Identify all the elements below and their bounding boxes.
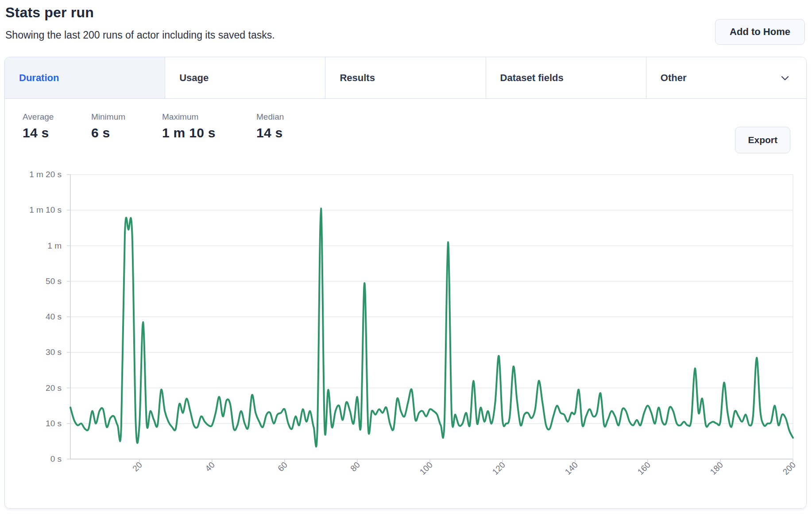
tab-label: Duration: [19, 72, 59, 84]
stat-value: 1 m 10 s: [162, 125, 216, 140]
y-axis-label: 50 s: [5, 276, 62, 286]
y-axis-label: 0 s: [5, 454, 62, 464]
stat-label: Minimum: [91, 112, 125, 122]
y-axis-label: 1 m 10 s: [5, 205, 62, 215]
export-button[interactable]: Export: [735, 127, 790, 153]
page-title: Stats per run: [5, 4, 94, 21]
tab-other[interactable]: Other: [646, 57, 806, 98]
y-axis-label: 30 s: [5, 347, 62, 357]
tab-label: Dataset fields: [500, 72, 564, 84]
y-axis-label: 20 s: [5, 383, 62, 393]
tab-label: Results: [340, 72, 375, 84]
add-to-home-button[interactable]: Add to Home: [715, 19, 805, 45]
stat-label: Maximum: [162, 112, 216, 122]
stat-value: 6 s: [91, 125, 125, 140]
y-axis-label: 1 m: [5, 241, 62, 251]
tab-usage[interactable]: Usage: [165, 57, 325, 98]
stat-label: Median: [256, 112, 284, 122]
stat-minimum: Minimum6 s: [91, 112, 125, 140]
stat-value: 14 s: [23, 125, 54, 140]
y-axis-label: 1 m 20 s: [5, 170, 62, 179]
tab-label: Usage: [179, 72, 209, 84]
tab-label: Other: [661, 72, 687, 84]
tab-results[interactable]: Results: [325, 57, 486, 98]
chevron-down-icon: [780, 73, 790, 83]
stat-value: 14 s: [256, 125, 284, 140]
duration-line-series: [70, 208, 793, 447]
tab-bar: DurationUsageResultsDataset fieldsOther: [5, 57, 806, 99]
y-axis-label: 10 s: [5, 419, 62, 428]
duration-panel: Average14 sMinimum6 sMaximum1 m 10 sMedi…: [5, 99, 806, 509]
stats-card: DurationUsageResultsDataset fieldsOther …: [4, 57, 807, 509]
page-subtitle: Showing the last 200 runs of actor inclu…: [5, 29, 275, 41]
stat-maximum: Maximum1 m 10 s: [162, 112, 216, 140]
tab-duration[interactable]: Duration: [5, 57, 165, 98]
stat-label: Average: [23, 112, 54, 122]
stat-median: Median14 s: [256, 112, 284, 140]
duration-chart: [66, 169, 797, 468]
y-axis-label: 40 s: [5, 312, 62, 322]
stat-average: Average14 s: [23, 112, 54, 140]
tab-dataset-fields[interactable]: Dataset fields: [486, 57, 646, 98]
